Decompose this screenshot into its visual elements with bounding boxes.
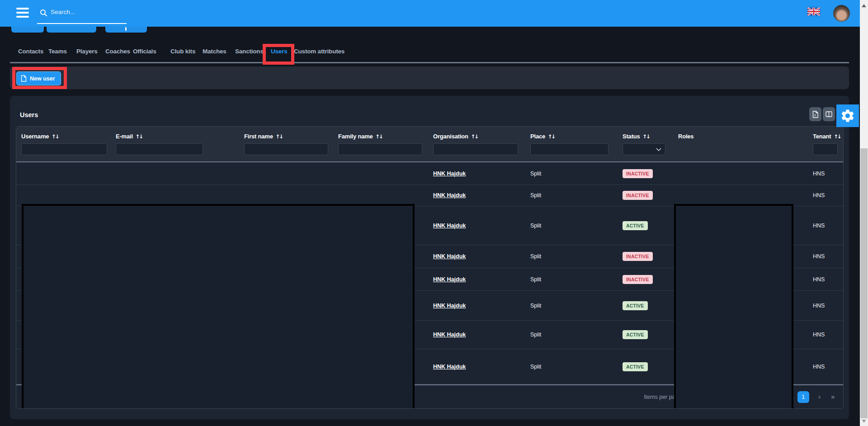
place-cell: Split xyxy=(530,331,541,338)
status-badge: ACTIVE xyxy=(623,330,648,339)
global-search xyxy=(37,5,127,24)
redaction-box-roles-column xyxy=(674,204,793,409)
tenant-cell: HNS xyxy=(813,192,825,199)
organisation-link[interactable]: HNK Hajduk xyxy=(433,170,466,177)
columns-icon xyxy=(826,111,832,117)
table-body: HNK HajdukSplitINACTIVEHNSHNK HajdukSpli… xyxy=(16,162,843,384)
sort-icon[interactable]: ↑↓ xyxy=(834,133,840,140)
table-header: Username↑↓ E-mail↑↓ First name↑↓ Family … xyxy=(16,127,843,162)
tab-club-kits[interactable]: Club kits xyxy=(170,48,195,55)
organisation-link[interactable]: HNK Hajduk xyxy=(433,253,466,260)
sort-icon[interactable]: ↑↓ xyxy=(376,133,382,140)
panel-title: Users xyxy=(20,111,38,118)
filter-place[interactable] xyxy=(530,143,609,155)
sort-icon[interactable]: ↑↓ xyxy=(471,133,478,140)
place-cell: Split xyxy=(530,303,541,309)
magnifier-icon xyxy=(40,9,47,17)
column-header-email[interactable]: E-mail↑↓ xyxy=(116,133,142,140)
status-badge: ACTIVE xyxy=(623,221,648,230)
status-badge: INACTIVE xyxy=(623,252,653,261)
next-page-button[interactable]: › xyxy=(817,393,822,401)
tenant-cell: HNS xyxy=(813,331,825,338)
language-flag-icon[interactable] xyxy=(807,7,820,16)
actions-toolbar: New user xyxy=(10,66,849,89)
column-header-organisation[interactable]: Organisation↑↓ xyxy=(433,133,478,140)
table-row: HNK HajdukSplitINACTIVEHNS xyxy=(16,185,843,206)
chevron-down-icon xyxy=(656,148,661,151)
annotation-box-new-user xyxy=(12,67,67,89)
column-settings-button[interactable] xyxy=(823,107,835,121)
export-excel-button[interactable]: x xyxy=(809,107,821,121)
column-header-place[interactable]: Place↑↓ xyxy=(530,133,555,140)
filter-family-name[interactable] xyxy=(338,143,422,155)
tenant-cell: HNS xyxy=(813,253,825,260)
tab-matches[interactable]: Matches xyxy=(203,48,226,55)
status-badge: INACTIVE xyxy=(623,191,653,200)
cutoff-action-button-1[interactable] xyxy=(11,27,44,33)
organisation-link[interactable]: HNK Hajduk xyxy=(433,192,466,199)
place-cell: Split xyxy=(530,276,541,283)
settings-gear-button[interactable] xyxy=(836,104,859,127)
organisation-link[interactable]: HNK Hajduk xyxy=(433,276,466,283)
cutoff-action-button-3[interactable] xyxy=(105,27,147,33)
filter-first-name[interactable] xyxy=(244,143,328,155)
sort-icon[interactable]: ↑↓ xyxy=(548,133,555,140)
status-badge: INACTIVE xyxy=(623,275,653,284)
tab-officials[interactable]: Officials xyxy=(133,48,156,55)
place-cell: Split xyxy=(530,364,541,370)
tenant-cell: HNS xyxy=(813,364,825,370)
cutoff-action-button-2[interactable] xyxy=(47,27,96,33)
column-header-family-name[interactable]: Family name↑↓ xyxy=(338,133,382,140)
tabs-underline xyxy=(10,62,849,63)
place-cell: Split xyxy=(530,222,541,229)
scroll-up-arrow-icon[interactable] xyxy=(862,4,866,7)
table-row: HNK HajdukSplitINACTIVEHNS xyxy=(16,162,843,185)
column-header-status[interactable]: Status↑↓ xyxy=(623,133,650,140)
status-badge: ACTIVE xyxy=(623,362,648,371)
hamburger-menu-icon[interactable] xyxy=(16,8,29,19)
scrollbar[interactable] xyxy=(860,0,868,426)
filter-tenant[interactable] xyxy=(813,143,838,155)
column-header-first-name[interactable]: First name↑↓ xyxy=(244,133,283,140)
search-underline xyxy=(37,23,127,24)
place-cell: Split xyxy=(530,170,541,177)
sort-icon[interactable]: ↑↓ xyxy=(52,133,58,140)
sort-icon[interactable]: ↑↓ xyxy=(643,133,650,140)
scrollbar-thumb[interactable] xyxy=(860,148,868,418)
organisation-link[interactable]: HNK Hajduk xyxy=(433,364,466,370)
search-input[interactable] xyxy=(50,8,126,16)
filter-status-select[interactable] xyxy=(623,143,665,155)
app-bar xyxy=(0,0,868,27)
scroll-down-arrow-icon[interactable] xyxy=(862,420,866,423)
user-avatar[interactable] xyxy=(833,5,850,22)
filter-organisation[interactable] xyxy=(433,143,518,155)
column-header-username[interactable]: Username↑↓ xyxy=(21,133,59,140)
tab-sanctions[interactable]: Sanctions xyxy=(235,48,264,55)
tab-contacts[interactable]: Contacts xyxy=(18,48,43,55)
current-page-button[interactable]: 1 xyxy=(797,391,809,403)
gear-icon xyxy=(840,108,855,123)
sort-icon[interactable]: ↑↓ xyxy=(276,133,283,140)
filter-email[interactable] xyxy=(116,143,203,155)
redaction-box-identity-columns xyxy=(22,204,415,409)
place-cell: Split xyxy=(530,192,541,199)
column-header-roles: Roles xyxy=(678,133,693,140)
tenant-cell: HNS xyxy=(813,303,825,309)
svg-text:x: x xyxy=(814,114,816,117)
filter-username[interactable] xyxy=(21,143,107,155)
organisation-link[interactable]: HNK Hajduk xyxy=(433,331,466,338)
organisation-link[interactable]: HNK Hajduk xyxy=(433,303,466,309)
tab-custom-attributes[interactable]: Custom attributes xyxy=(294,48,344,55)
place-cell: Split xyxy=(530,253,541,260)
users-panel: Users x Username↑↓ E-mail↑↓ First name↑↓… xyxy=(10,96,849,419)
tab-coaches[interactable]: Coaches xyxy=(105,48,130,55)
status-badge: ACTIVE xyxy=(623,301,648,310)
column-header-tenant[interactable]: Tenant↑↓ xyxy=(813,133,841,140)
tab-players[interactable]: Players xyxy=(76,48,98,55)
last-page-button[interactable]: » xyxy=(830,393,836,401)
organisation-link[interactable]: HNK Hajduk xyxy=(433,222,466,229)
tenant-cell: HNS xyxy=(813,170,825,177)
sort-icon[interactable]: ↑↓ xyxy=(136,133,142,140)
tab-teams[interactable]: Teams xyxy=(48,48,67,55)
users-table: Username↑↓ E-mail↑↓ First name↑↓ Family … xyxy=(16,126,844,409)
